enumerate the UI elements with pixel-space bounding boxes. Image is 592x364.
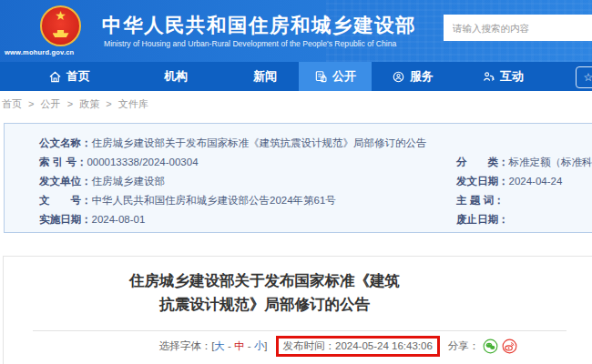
document-metadata-panel: 公文名称：住房城乡建设部关于发布国家标准《建筑抗震设计规范》局部修订的公告 索 … <box>4 123 592 233</box>
national-emblem-icon: ★ <box>40 5 81 46</box>
issue-date-label: 发文日期： <box>456 176 509 187</box>
person-circle-icon <box>392 70 405 84</box>
index-value: 000013338/2024-00304 <box>87 157 198 167</box>
doc-name-value: 住房城乡建设部关于发布国家标准《建筑抗震设计规范》局部修订的公告 <box>92 137 427 148</box>
site-subtitle: Ministry of Housing and Urban-Rural Deve… <box>104 39 396 48</box>
star-icon[interactable]: ☆ <box>576 66 592 88</box>
meta-row-index: 索 引 号：000013338/2024-00304 分 类：标准定额（标准科技… <box>39 153 592 172</box>
nav-item-public[interactable]: 公开 <box>299 62 372 91</box>
font-size-selector: 选择字体：[大 - 中 - 小] <box>159 339 268 353</box>
document-lock-icon <box>314 70 328 84</box>
nav-item-interact[interactable]: 互动 <box>482 62 524 91</box>
repeal-date-label: 废止日期： <box>456 214 509 225</box>
index-label: 索 引 号： <box>39 157 87 167</box>
publish-time-value: 2024-05-24 16:43:06 <box>335 340 433 351</box>
search-box <box>444 15 592 41</box>
divider <box>33 330 566 331</box>
breadcrumb-policy[interactable]: 政策 <box>79 98 99 109</box>
font-small-link[interactable]: 小 <box>254 340 265 351</box>
font-selector-suffix: ] <box>264 340 267 351</box>
nav-label: 服务 <box>410 68 434 85</box>
font-selector-label: 选择字体：[ <box>159 340 215 351</box>
breadcrumb-separator: > <box>28 98 34 109</box>
nav-label: 公开 <box>332 68 356 85</box>
home-icon <box>48 70 62 84</box>
font-separator: - <box>225 340 234 351</box>
weibo-share-icon[interactable] <box>502 339 517 354</box>
nav-label: 首页 <box>66 68 90 85</box>
doc-name-label: 公文名称： <box>39 137 92 148</box>
article-title: 住房城乡建设部关于发布国家标准《建筑 抗震设计规范》局部修订的公告 <box>0 268 562 316</box>
breadcrumb-home[interactable]: 首页 <box>2 98 22 109</box>
publish-time-label: 发布时间： <box>283 340 336 351</box>
nav-label: 互动 <box>500 68 524 85</box>
category-label: 分 类： <box>456 157 509 167</box>
main-nav: 首页 机构 新闻 公开 服务 互动 ☆ <box>0 62 592 91</box>
nav-item-news[interactable]: 新闻 <box>253 62 277 91</box>
font-large-link[interactable]: 大 <box>214 340 225 351</box>
breadcrumb-library: 文件库 <box>118 98 148 109</box>
article-panel: 住房城乡建设部关于发布国家标准《建筑 抗震设计规范》局部修订的公告 选择字体：[… <box>3 256 592 364</box>
share-icons <box>483 339 517 354</box>
meta-row-impl-date: 实施日期：2024-08-01 废止日期： <box>39 210 592 229</box>
person-arrow-icon <box>482 70 495 84</box>
breadcrumb-separator: > <box>67 98 73 109</box>
font-medium-link[interactable]: 中 <box>234 340 245 351</box>
nav-item-home[interactable]: 首页 <box>48 62 90 91</box>
article-title-line1: 住房城乡建设部关于发布国家标准《建筑 <box>0 268 562 292</box>
site-url: www.mohurd.gov.cn <box>5 48 74 56</box>
article-meta-row: 选择字体：[大 - 中 - 小] 发布时间：2024-05-24 16:43:0… <box>41 336 592 357</box>
impl-date-value: 2024-08-01 <box>92 214 146 225</box>
meta-row-doc-name: 公文名称：住房城乡建设部关于发布国家标准《建筑抗震设计规范》局部修订的公告 <box>39 134 592 153</box>
category-value: 标准定额（标准科技） <box>509 157 592 167</box>
nav-label: 机构 <box>164 68 188 85</box>
meta-row-issuer: 发文单位：住房城乡建设部 发文日期：2024-04-24 <box>39 172 592 191</box>
nav-item-services[interactable]: 服务 <box>392 62 434 91</box>
issuer-value: 住房城乡建设部 <box>92 176 166 187</box>
nav-label: 新闻 <box>253 68 277 85</box>
site-header: ★ www.mohurd.gov.cn 中华人民共和国住房和城乡建设部 Mini… <box>0 0 592 62</box>
subject-label: 主 题 词： <box>456 195 504 206</box>
breadcrumb: 首页 > 公开 > 政策 > 文件库 <box>2 97 148 111</box>
doc-no-label: 文 号： <box>39 195 92 206</box>
issuer-label: 发文单位： <box>39 176 92 187</box>
font-separator: - <box>245 340 254 351</box>
doc-no-value: 中华人民共和国住房和城乡建设部公告2024年第61号 <box>92 195 336 206</box>
wechat-share-icon[interactable] <box>483 339 498 354</box>
share-label: 分享： <box>448 339 480 353</box>
meta-row-doc-no: 文 号：中华人民共和国住房和城乡建设部公告2024年第61号 主 题 词： <box>39 191 592 210</box>
publish-time-highlight: 发布时间：2024-05-24 16:43:06 <box>276 336 440 357</box>
breadcrumb-public[interactable]: 公开 <box>41 98 61 109</box>
breadcrumb-separator: > <box>106 98 111 109</box>
site-title: 中华人民共和国住房和城乡建设部 <box>102 12 416 38</box>
nav-item-org[interactable]: 机构 <box>164 62 188 91</box>
issue-date-value: 2024-04-24 <box>509 176 563 187</box>
impl-date-label: 实施日期： <box>39 214 92 225</box>
search-input[interactable] <box>444 15 592 41</box>
article-title-line2: 抗震设计规范》局部修订的公告 <box>0 292 562 316</box>
